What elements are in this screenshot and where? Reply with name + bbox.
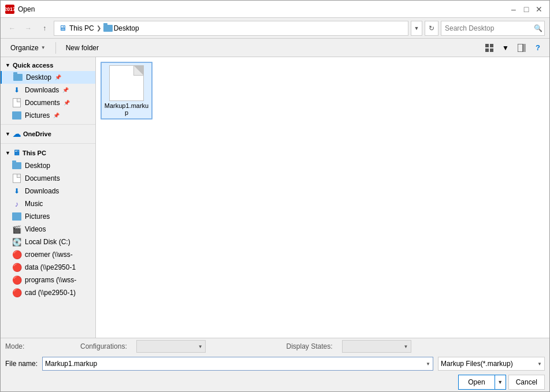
sidebar-item-desktop-pc[interactable]: Desktop [1, 159, 95, 172]
sidebar-item-downloads-pc[interactable]: ⬇ Downloads [1, 185, 95, 197]
localdisk-icon: 💽 [12, 237, 21, 247]
quick-access-header: ▼ Quick access [1, 59, 95, 71]
sidebar-item-downloads-quick[interactable]: ⬇ Downloads 📌 [1, 84, 95, 96]
app-icon: 2017 [5, 5, 14, 14]
title-bar: 2017 Open – □ ✕ [1, 1, 549, 18]
svg-rect-3 [490, 48, 493, 52]
address-bar: ← → ↑ 🖥 This PC ❯ Desktop ▼ ↻ 🔍 [1, 18, 549, 39]
downloads-pc-icon: ⬇ [12, 186, 21, 196]
filetype-chevron: ▼ [537, 361, 542, 367]
display-chevron: ▼ [404, 344, 408, 349]
mode-row: Mode: Configurations: ▼ Display States: … [1, 338, 549, 354]
action-row: Open ▼ Cancel [1, 373, 549, 391]
file-corner [134, 66, 143, 75]
documents-pc-icon [12, 174, 21, 183]
forward-button[interactable]: → [21, 21, 35, 35]
file-area: Markup1.markup [96, 57, 549, 338]
network-programs-icon: 🔴 [12, 275, 21, 285]
filename-value: Markup1.markup [45, 360, 426, 368]
up-button[interactable]: ↑ [38, 21, 51, 35]
network-cad-icon: 🔴 [12, 288, 21, 297]
svg-rect-5 [523, 44, 526, 52]
open-dialog: 2017 Open – □ ✕ ← → ↑ 🖥 This PC ❯ Deskto… [0, 0, 550, 392]
svg-rect-1 [490, 44, 493, 47]
filename-input-wrapper[interactable]: Markup1.markup ▼ [42, 357, 433, 371]
search-box: 🔍 [441, 21, 545, 36]
main-content: ▼ Quick access Desktop 📌 ⬇ Downloads 📌 [1, 57, 549, 338]
preview-icon [518, 44, 526, 52]
downloads-quick-icon: ⬇ [12, 85, 21, 95]
pc-icon: 🖥 [58, 24, 67, 33]
search-icon: 🔍 [534, 24, 542, 32]
help-button[interactable]: ? [531, 41, 545, 55]
view-icon [485, 44, 493, 52]
svg-rect-4 [518, 44, 523, 52]
sidebar-item-cad[interactable]: 🔴 cad (\\pe2950-1) [1, 286, 95, 299]
display-states-dropdown[interactable]: ▼ [342, 340, 411, 353]
onedrive-icon: ☁ [13, 129, 21, 139]
back-button[interactable]: ← [5, 21, 19, 35]
configurations-label: Configurations: [80, 342, 127, 350]
cancel-button[interactable]: Cancel [508, 375, 545, 390]
search-input[interactable] [445, 24, 532, 32]
file-icon [109, 65, 144, 101]
breadcrumb-desktop[interactable]: Desktop [103, 24, 139, 32]
documents-quick-icon [12, 98, 21, 107]
toolbar: Organize ▼ New folder ▼ [1, 39, 549, 57]
music-icon: ♪ [12, 199, 21, 208]
file-item[interactable]: Markup1.markup [101, 62, 153, 120]
new-folder-button[interactable]: New folder [61, 41, 104, 55]
sidebar-item-programs[interactable]: 🔴 programs (\\wss- [1, 274, 95, 286]
filetype-value: Markup Files(*.markup) [441, 360, 513, 368]
minimize-button[interactable]: – [508, 3, 519, 15]
toolbar-separator [55, 42, 56, 54]
preview-pane-button[interactable] [515, 41, 529, 55]
sidebar-item-data[interactable]: 🔴 data (\\pe2950-1 [1, 261, 95, 274]
file-name: Markup1.markup [104, 102, 149, 116]
sidebar-div2 [1, 143, 95, 144]
pin-icon: 📌 [55, 74, 61, 80]
maximize-button[interactable]: □ [521, 3, 532, 15]
network-croemer-icon: 🔴 [12, 250, 21, 259]
open-button[interactable]: Open [458, 375, 494, 390]
desktop-pc-icon [12, 161, 21, 170]
sidebar-item-pictures-quick[interactable]: Pictures 📌 [1, 109, 95, 122]
filename-row: File name: Markup1.markup ▼ Markup Files… [1, 354, 549, 373]
address-dropdown-btn[interactable]: ▼ [411, 21, 422, 36]
sidebar-item-desktop-quick[interactable]: Desktop 📌 [1, 71, 95, 84]
open-button-group: Open ▼ [458, 375, 506, 390]
pictures-pc-icon [12, 212, 21, 221]
mode-label: Mode: [5, 342, 24, 350]
onedrive-header: ▼ ☁ OneDrive [1, 127, 95, 141]
dialog-title: Open [18, 5, 504, 13]
sidebar-item-documents-pc[interactable]: Documents [1, 172, 95, 185]
thispc-header: ▼ 🖥 This PC [1, 146, 95, 159]
sidebar-item-music[interactable]: ♪ Music [1, 197, 95, 210]
pin-icon-dl: 📌 [62, 87, 69, 93]
configurations-dropdown[interactable]: ▼ [136, 340, 206, 353]
sidebar-item-localdisk[interactable]: 💽 Local Disk (C:) [1, 236, 95, 248]
breadcrumb: 🖥 This PC ❯ Desktop [54, 21, 408, 36]
sidebar-item-pictures-pc[interactable]: Pictures [1, 210, 95, 223]
videos-icon: 🎬 [12, 225, 21, 234]
breadcrumb-sep1: ❯ [96, 25, 101, 31]
sidebar-item-documents-quick[interactable]: Documents 📌 [1, 96, 95, 109]
refresh-button[interactable]: ↻ [425, 21, 438, 36]
sidebar: ▼ Quick access Desktop 📌 ⬇ Downloads 📌 [1, 57, 96, 338]
onedrive-chevron: ▼ [5, 131, 10, 137]
view-toggle-button[interactable] [482, 41, 496, 55]
desktop-icon [13, 73, 23, 82]
toolbar-right: ▼ ? [482, 41, 545, 55]
filename-chevron: ▼ [426, 361, 430, 367]
open-dropdown-btn[interactable]: ▼ [495, 375, 506, 390]
svg-rect-0 [485, 44, 489, 47]
title-controls: – □ ✕ [508, 3, 545, 15]
sidebar-item-croemer[interactable]: 🔴 croemer (\\wss- [1, 248, 95, 261]
filetype-dropdown[interactable]: Markup Files(*.markup) ▼ [438, 357, 545, 371]
pin-icon-pics: 📌 [53, 113, 60, 118]
breadcrumb-thispc[interactable]: This PC [69, 24, 94, 32]
close-button[interactable]: ✕ [533, 3, 545, 15]
organize-button[interactable]: Organize ▼ [5, 41, 51, 55]
view-dropdown-button[interactable]: ▼ [499, 41, 512, 55]
sidebar-item-videos[interactable]: 🎬 Videos [1, 223, 95, 236]
